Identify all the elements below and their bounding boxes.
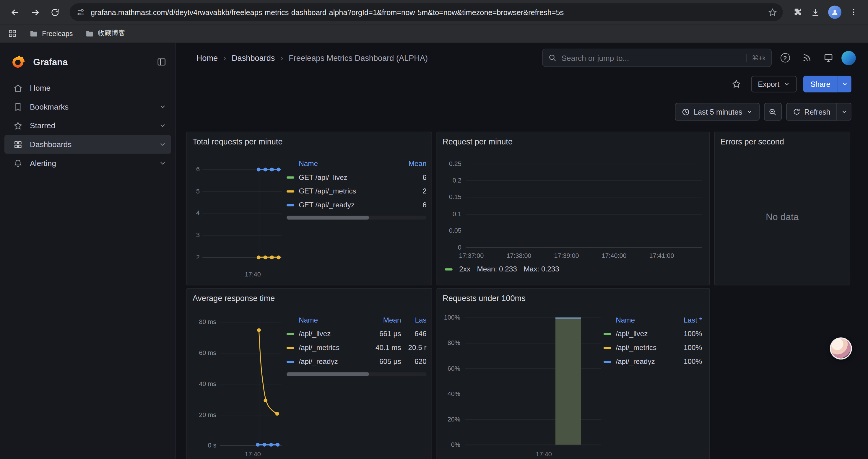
share-menu-button[interactable] bbox=[838, 76, 851, 93]
breadcrumb-home[interactable]: Home bbox=[196, 54, 218, 62]
chevron-down-icon bbox=[841, 80, 848, 87]
legend-col-last[interactable]: Las bbox=[401, 316, 427, 324]
panel-title[interactable]: Average response time bbox=[187, 289, 432, 302]
back-button[interactable] bbox=[6, 3, 25, 22]
panel-title[interactable]: Requests under 100ms bbox=[437, 289, 709, 302]
legend-table: Name Mean GET /api/_livez 6 GET /api/_me… bbox=[286, 157, 427, 220]
legend-col-last[interactable]: Last * bbox=[670, 316, 702, 324]
legend-scrollbar[interactable] bbox=[286, 216, 427, 220]
sidebar-item-alerting[interactable]: Alerting bbox=[4, 154, 171, 173]
bell-icon bbox=[13, 158, 23, 168]
panel-title[interactable]: Request per minute bbox=[437, 132, 709, 146]
sidebar-item-starred[interactable]: Starred bbox=[4, 116, 171, 135]
download-icon[interactable] bbox=[810, 7, 820, 17]
legend-row[interactable]: /api/_readyz 100% bbox=[603, 355, 702, 368]
breadcrumb-current: Freeleaps Metrics Dashboard (ALPHA) bbox=[289, 54, 428, 62]
bookmark-folder-freeleaps[interactable]: Freeleaps bbox=[29, 29, 73, 38]
chevron-down-icon[interactable] bbox=[159, 103, 166, 110]
extensions-icon[interactable] bbox=[793, 7, 803, 17]
legend-row[interactable]: /api/_metrics 100% bbox=[603, 340, 702, 355]
search-bar[interactable]: ⌘+k bbox=[542, 49, 772, 67]
series-swatch bbox=[286, 347, 294, 349]
sidebar-item-dashboards[interactable]: Dashboards bbox=[4, 135, 171, 154]
legend-row[interactable]: GET /api/_metrics 2 bbox=[286, 184, 427, 198]
apps-grid-icon[interactable] bbox=[8, 29, 17, 38]
dashboards-grid-icon bbox=[13, 140, 23, 149]
no-data-message: No data bbox=[715, 212, 850, 223]
chevron-down-icon bbox=[840, 108, 847, 115]
chevron-down-icon[interactable] bbox=[159, 122, 166, 129]
bookmark-label: 收藏博客 bbox=[98, 29, 126, 38]
home-icon bbox=[13, 83, 23, 93]
news-button[interactable] bbox=[798, 50, 815, 66]
zoom-out-time-button[interactable] bbox=[764, 103, 781, 121]
legend-inline: 2xx Mean: 0.233 Max: 0.233 bbox=[445, 265, 559, 273]
panel-title[interactable]: Total requests per minute bbox=[187, 132, 432, 146]
chevron-down-icon bbox=[783, 80, 790, 87]
legend-row[interactable]: /api/_metrics 40.1 ms 20.5 r bbox=[286, 340, 427, 355]
sidebar-item-bookmarks[interactable]: Bookmarks bbox=[4, 97, 171, 117]
time-controls: Last 5 minutes Refresh bbox=[675, 102, 851, 121]
user-avatar[interactable] bbox=[841, 51, 856, 65]
monitor-icon bbox=[824, 53, 833, 63]
star-icon bbox=[731, 79, 741, 89]
forward-button[interactable] bbox=[25, 3, 44, 22]
favorite-dashboard-button[interactable] bbox=[728, 76, 745, 93]
bookmark-folder-blogs[interactable]: 收藏博客 bbox=[85, 29, 126, 38]
url-bar[interactable]: grafana.mathmast.com/d/deytv4rwavabkb/fr… bbox=[70, 3, 783, 21]
bookmark-icon bbox=[13, 102, 23, 111]
search-input[interactable] bbox=[562, 54, 742, 62]
bookmark-star-icon[interactable] bbox=[768, 7, 777, 17]
bar-100pct bbox=[555, 318, 581, 445]
sidebar-item-home[interactable]: Home bbox=[4, 78, 171, 97]
zoom-out-icon bbox=[769, 107, 777, 116]
share-button[interactable]: Share bbox=[803, 76, 838, 93]
site-settings-icon[interactable] bbox=[76, 8, 85, 17]
profile-avatar[interactable] bbox=[828, 6, 841, 19]
refresh-interval-button[interactable] bbox=[837, 103, 851, 121]
legend-row[interactable]: GET /api/_readyz 6 bbox=[286, 198, 427, 212]
browser-menu-icon[interactable] bbox=[849, 8, 858, 17]
breadcrumb-dashboards[interactable]: Dashboards bbox=[231, 54, 275, 62]
scrollbar-thumb[interactable] bbox=[286, 372, 369, 376]
export-button[interactable]: Export bbox=[751, 76, 797, 93]
panel-total-requests: Total requests per minute 6 5 4 3 2 bbox=[186, 132, 432, 286]
collapse-sidebar-icon[interactable] bbox=[157, 57, 167, 67]
search-icon bbox=[548, 54, 557, 62]
panel-title[interactable]: Errors per second bbox=[715, 132, 850, 146]
clock-icon bbox=[682, 107, 690, 116]
legend-col-mean[interactable]: Mean bbox=[369, 316, 401, 324]
series-swatch bbox=[286, 333, 294, 335]
refresh-button-group: Refresh bbox=[786, 103, 851, 121]
chevron-down-icon bbox=[746, 108, 753, 115]
chevron-down-icon[interactable] bbox=[159, 140, 166, 148]
kiosk-mode-button[interactable] bbox=[820, 50, 836, 66]
legend-row[interactable]: GET /api/_livez 6 bbox=[286, 170, 427, 184]
back-arrow-icon bbox=[10, 7, 20, 18]
breadcrumb-separator: › bbox=[280, 53, 284, 63]
grafana-logo-icon[interactable] bbox=[11, 54, 26, 69]
forward-arrow-icon bbox=[30, 7, 40, 18]
legend-scrollbar[interactable] bbox=[286, 372, 427, 376]
chevron-down-icon[interactable] bbox=[159, 159, 166, 167]
refresh-button[interactable]: Refresh bbox=[786, 103, 837, 121]
main-area: Home › Dashboards › Freeleaps Metrics Da… bbox=[176, 43, 868, 459]
bookmark-label: Freeleaps bbox=[42, 30, 73, 37]
legend-row[interactable]: /api/_livez 100% bbox=[603, 327, 702, 341]
help-button[interactable]: ? bbox=[777, 50, 793, 66]
time-range-picker[interactable]: Last 5 minutes bbox=[675, 103, 759, 121]
legend-col-mean[interactable]: Mean bbox=[395, 159, 427, 167]
scrollbar-thumb[interactable] bbox=[286, 216, 369, 220]
sidebar-nav: Home Bookmarks Starred Dashboards bbox=[4, 78, 171, 172]
assistant-avatar-button[interactable] bbox=[830, 337, 852, 359]
legend-series-name[interactable]: 2xx bbox=[459, 265, 470, 273]
legend-row[interactable]: /api/_livez 661 µs 646 bbox=[286, 327, 427, 341]
top-navigation: Home › Dashboards › Freeleaps Metrics Da… bbox=[176, 43, 868, 72]
legend-row[interactable]: /api/_readyz 605 µs 620 bbox=[286, 355, 427, 368]
search-shortcut-hint: ⌘+k bbox=[746, 54, 766, 62]
grafana-sidebar: Grafana Home Bookmarks Starred bbox=[0, 43, 176, 459]
legend-mean: Mean: 0.233 bbox=[477, 265, 517, 273]
legend-table: Name Last * /api/_livez 100% /api/_metri… bbox=[603, 313, 702, 368]
reload-button[interactable] bbox=[45, 3, 64, 22]
rss-icon bbox=[802, 53, 811, 63]
